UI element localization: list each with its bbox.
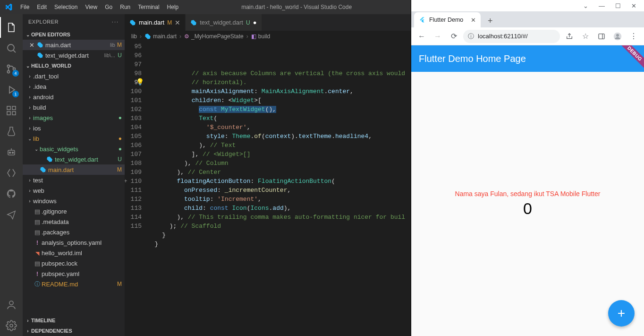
back-icon[interactable]: ← (415, 30, 428, 43)
minimize-icon[interactable]: — (599, 2, 605, 9)
breadcrumb-item[interactable]: lib (131, 33, 137, 40)
omnibox[interactable]: ⓘ localhost:62110/#/ (463, 30, 560, 43)
editor-tabs: main.dartM✕text_widget.dartU● (125, 14, 411, 31)
menu-terminal[interactable]: Terminal (134, 0, 163, 14)
close-icon[interactable]: ✕ (471, 17, 476, 24)
tree-item[interactable]: ›build (23, 102, 125, 112)
breadcrumbs[interactable]: lib›main.dart›⚙_MyHomePageState›◧build (125, 31, 411, 42)
remote-icon[interactable] (0, 163, 23, 183)
open-editor-item[interactable]: text_widget.dartlib\...U (23, 50, 125, 60)
tree-item[interactable]: ⓘREADME.mdM (23, 279, 125, 289)
accounts-icon[interactable] (0, 294, 23, 315)
flutter-icon (419, 17, 425, 23)
tree-item[interactable]: ›images● (23, 112, 125, 123)
window-controls: ⌄—☐✕ (411, 0, 644, 11)
tree-item[interactable]: ▤.packages (23, 227, 125, 237)
tree-item[interactable]: ›web (23, 185, 125, 196)
svg-point-9 (9, 152, 11, 154)
fab-add-button[interactable]: + (608, 300, 635, 327)
editor-tab[interactable]: main.dartM✕ (125, 14, 186, 31)
new-tab-button[interactable]: + (483, 14, 497, 27)
gear-icon[interactable] (0, 315, 23, 336)
app-message: Nama saya Fulan, sedang ikut TSA Mobile … (455, 190, 601, 198)
extensions-icon[interactable] (0, 100, 23, 121)
run-debug-icon[interactable]: 1 (0, 79, 23, 100)
menu-view[interactable]: View (81, 0, 101, 14)
tree-item[interactable]: ›windows (23, 196, 125, 206)
tree-item[interactable]: ⌄lib● (23, 133, 125, 144)
tree-item[interactable]: ◥hello_world.iml (23, 248, 125, 258)
open-editor-item[interactable]: ✕main.dartlibM (23, 40, 125, 50)
github-icon[interactable] (0, 183, 23, 204)
lightbulb-icon[interactable]: 💡 (136, 78, 144, 87)
svg-point-12 (10, 324, 13, 327)
open-editors-section[interactable]: ⌄OPEN EDITORS (23, 29, 125, 40)
profile-icon[interactable] (611, 30, 624, 43)
chrome-tab-title: Flutter Demo (429, 17, 463, 23)
tree-item[interactable]: ▤pubspec.lock (23, 258, 125, 268)
flutter-body: Nama saya Fulan, sedang ikut TSA Mobile … (411, 72, 644, 336)
vscode-logo-icon (0, 3, 17, 11)
search-icon[interactable] (0, 38, 23, 59)
maximize-icon[interactable]: ☐ (615, 2, 621, 9)
close-window-icon[interactable]: ✕ (631, 2, 636, 9)
breadcrumb-item[interactable]: ⚙_MyHomePageState (184, 33, 244, 40)
tree-item[interactable]: ▤.metadata (23, 216, 125, 227)
tree-item[interactable]: !pubspec.yaml (23, 268, 125, 279)
window-title: main.dart - hello_world - Visual Studio … (182, 4, 411, 10)
breadcrumb-item[interactable]: main.dart (144, 33, 177, 40)
star-icon[interactable]: ☆ (579, 30, 592, 43)
svg-point-11 (9, 301, 13, 305)
svg-point-2 (8, 71, 10, 73)
fab-plus-icon: + (618, 306, 625, 321)
menu-run[interactable]: Run (116, 0, 134, 14)
url-text: localhost:62110/#/ (478, 33, 528, 40)
svg-point-0 (8, 44, 14, 51)
menu-file[interactable]: File (17, 0, 33, 14)
tree-item[interactable]: main.dartM (23, 164, 125, 175)
flutter-appbar: Flutter Demo Home Page (411, 45, 644, 72)
svg-rect-5 (7, 112, 10, 115)
svg-point-15 (616, 34, 619, 36)
tree-item[interactable]: !analysis_options.yaml (23, 237, 125, 248)
app-counter: 0 (523, 199, 532, 218)
editor-tab[interactable]: text_widget.dartU● (186, 14, 262, 31)
breadcrumb-item[interactable]: ◧build (251, 33, 270, 40)
project-section[interactable]: ⌄HELLO_WORLD (23, 60, 125, 71)
menu-help[interactable]: Help (163, 0, 183, 14)
close-icon[interactable]: ✕ (175, 19, 180, 26)
explorer-icon[interactable] (0, 17, 23, 38)
tree-item[interactable]: ›test (23, 175, 125, 185)
more-icon[interactable]: ··· (112, 19, 119, 25)
source-control-icon[interactable]: 4 (0, 59, 23, 79)
svg-point-1 (8, 65, 10, 68)
editor-zone: main.dartM✕text_widget.dartU● lib›main.d… (125, 14, 411, 336)
menu-edit[interactable]: Edit (33, 0, 51, 14)
tree-item[interactable]: text_widget.dartU (23, 154, 125, 164)
restore-down-icon[interactable]: ⌄ (583, 2, 588, 9)
activity-bar: 4 1 (0, 14, 23, 336)
tree-item[interactable]: ›.dart_tool (23, 71, 125, 81)
timeline-section[interactable]: ›TIMELINE (23, 315, 125, 326)
robot-icon[interactable] (0, 142, 23, 163)
kebab-icon[interactable]: ⋮ (627, 30, 640, 43)
share-icon[interactable] (563, 30, 576, 43)
tree-item[interactable]: ›.idea (23, 81, 125, 92)
flutter-app: Flutter Demo Home Page DEBUG Nama saya F… (411, 45, 644, 336)
explorer-sidebar: EXPLORER ··· ⌄OPEN EDITORS ✕main.dartlib… (23, 14, 125, 336)
menu-go[interactable]: Go (101, 0, 116, 14)
send-icon[interactable] (0, 204, 23, 225)
tree-item[interactable]: ›android (23, 92, 125, 102)
chrome-tab[interactable]: Flutter Demo ✕ (414, 12, 481, 27)
forward-icon[interactable]: → (431, 30, 444, 43)
dependencies-section[interactable]: ›DEPENDENCIES (23, 326, 125, 336)
testing-icon[interactable] (0, 121, 23, 142)
panel-icon[interactable] (595, 30, 608, 43)
tree-item[interactable]: ▤.gitignore (23, 206, 125, 216)
tree-item[interactable]: ›ios (23, 123, 125, 133)
reload-icon[interactable]: ⟳ (447, 30, 460, 43)
tree-item[interactable]: ⌄basic_widgets● (23, 144, 125, 154)
code-editor[interactable]: 9596979899100101102103104105106107108109… (125, 42, 411, 336)
scm-badge: 4 (12, 70, 19, 77)
menu-selection[interactable]: Selection (51, 0, 81, 14)
